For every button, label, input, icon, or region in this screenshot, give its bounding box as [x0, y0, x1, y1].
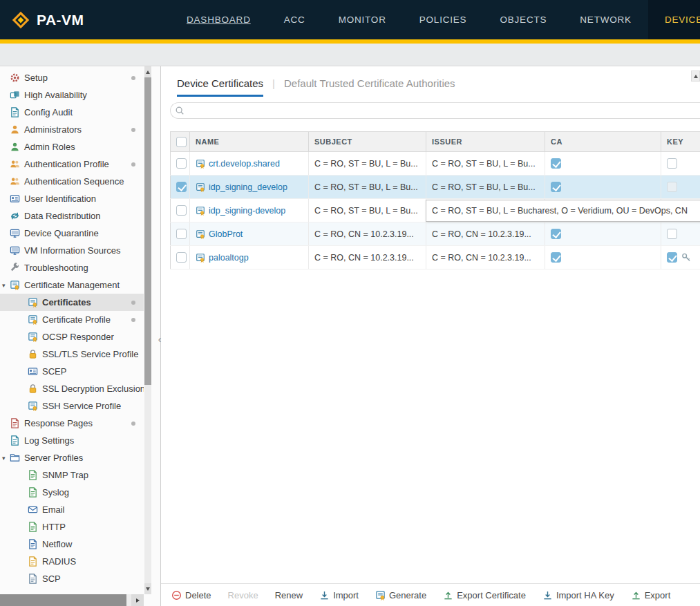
sidebar-item-certificate-profile[interactable]: Certificate Profile [0, 311, 144, 328]
ca-checkbox[interactable] [551, 252, 561, 263]
table-row[interactable]: paloaltogp C = RO, CN = 10.2.3.19... C =… [171, 246, 700, 269]
row-checkbox[interactable] [176, 252, 187, 263]
sidebar-item-ssl-tls-service-profile[interactable]: SSL/TLS Service Profile [0, 345, 144, 363]
sidebar-item-log-settings[interactable]: Log Settings [0, 432, 144, 449]
sidebar-item-admin-roles[interactable]: Admin Roles [0, 138, 144, 155]
sidebar-item-label: Certificate Management [24, 280, 120, 290]
sidebar-item-syslog[interactable]: Syslog [0, 484, 144, 501]
certificate-name-link[interactable]: GlobProt [209, 229, 243, 239]
ca-checkbox[interactable] [551, 229, 561, 239]
config-audit-icon [10, 107, 20, 117]
scroll-up-arrow[interactable] [144, 66, 151, 77]
nav-device[interactable]: DEVICE [648, 0, 700, 39]
row-checkbox[interactable] [176, 158, 187, 169]
sidebar-collapse-handle[interactable]: ‹ [155, 332, 164, 348]
sidebar-item-user-identification[interactable]: User Identification [0, 190, 144, 207]
row-checkbox[interactable] [176, 205, 187, 216]
sidebar-item-troubleshooting[interactable]: Troubleshooting [0, 259, 144, 276]
sidebar-item-email[interactable]: Email [0, 501, 144, 518]
certificate-name-link[interactable]: idp_signing_develop [209, 182, 287, 192]
sidebar-item-administrators[interactable]: Administrators [0, 121, 144, 138]
scrollbar-thumb[interactable] [144, 77, 151, 385]
sidebar-item-vm-information-sources[interactable]: VM Information Sources [0, 242, 144, 259]
sidebar-vertical-scrollbar[interactable] [144, 66, 151, 594]
sidebar-item-server-profiles[interactable]: ▾Server Profiles [0, 449, 144, 466]
sidebar-item-device-quarantine[interactable]: Device Quarantine [0, 225, 144, 242]
table-row[interactable]: idp_signing-develop C = RO, ST = BU, L =… [171, 199, 700, 222]
tab-default-trusted-cas[interactable]: Default Trusted Certificate Authorities [284, 77, 455, 89]
import-icon [542, 590, 553, 600]
table-row[interactable]: idp_signing_develop C = RO, ST = BU, L =… [171, 176, 700, 199]
key-checkbox[interactable] [667, 252, 677, 263]
chevron-down-icon[interactable]: ▾ [2, 455, 6, 462]
sidebar-item-netflow[interactable]: Netflow [0, 536, 144, 553]
col-header-issuer[interactable]: ISSUER [426, 132, 545, 152]
certificate-icon [196, 229, 205, 239]
certificate-name-link[interactable]: crt.develop.shared [209, 159, 280, 169]
col-header-key[interactable]: KEY [661, 132, 700, 152]
import-button[interactable]: Import [319, 590, 359, 600]
sidebar-item-certificates[interactable]: Certificates [0, 294, 144, 311]
sidebar-item-ocsp-responder[interactable]: OCSP Responder [0, 328, 144, 345]
renew-button[interactable]: Renew [275, 590, 303, 600]
scroll-down-arrow[interactable] [144, 583, 151, 594]
key-checkbox[interactable] [667, 229, 677, 239]
row-checkbox[interactable] [176, 229, 187, 239]
sidebar-item-label: User Identification [24, 193, 96, 204]
ca-checkbox[interactable] [551, 182, 561, 192]
export-certificate-button[interactable]: Export Certificate [443, 590, 526, 600]
sidebar-item-config-audit[interactable]: Config Audit [0, 104, 144, 121]
revoke-button[interactable]: Revoke [228, 590, 258, 600]
delete-button[interactable]: Delete [171, 590, 211, 600]
chevron-down-icon[interactable]: ▾ [2, 282, 6, 289]
scroll-right-arrow[interactable] [131, 594, 144, 606]
sidebar-item-scep[interactable]: SCEP [0, 363, 144, 380]
sidebar-item-certificate-management[interactable]: ▾Certificate Management [0, 276, 144, 294]
sidebar-item-snmp-trap[interactable]: SNMP Trap [0, 466, 144, 484]
page-icon [10, 435, 20, 446]
scrollbar-thumb[interactable] [0, 594, 126, 606]
sidebar-horizontal-scrollbar[interactable] [0, 594, 144, 606]
sidebar-item-authentication-sequence[interactable]: Authentication Sequence [0, 173, 144, 190]
nav-network[interactable]: NETWORK [563, 0, 648, 39]
subject-cell: C = RO, ST = BU, L = Bu... [309, 152, 426, 176]
generate-button[interactable]: Generate [375, 590, 426, 600]
col-header-ca[interactable]: CA [545, 132, 661, 152]
search-bar[interactable] [170, 102, 700, 119]
key-checkbox[interactable] [667, 158, 677, 169]
nav-monitor[interactable]: MONITOR [322, 0, 403, 39]
folder-icon [10, 453, 20, 463]
table-row[interactable]: GlobProt C = RO, CN = 10.2.3.19... C = R… [171, 222, 700, 246]
sidebar-item-http[interactable]: HTTP [0, 518, 144, 536]
nav-objects[interactable]: OBJECTS [483, 0, 563, 39]
nav-label: OBJECTS [500, 15, 547, 25]
sidebar-item-scp[interactable]: SCP [0, 570, 144, 587]
sidebar-item-ssh-service-profile[interactable]: SSH Service Profile [0, 397, 144, 415]
sidebar-item-high-availability[interactable]: High Availability [0, 86, 144, 104]
certificate-name-link[interactable]: idp_signing-develop [209, 206, 285, 216]
sidebar-item-authentication-profile[interactable]: Authentication Profile [0, 155, 144, 173]
export-ha-key-button[interactable]: Export [631, 590, 671, 600]
sidebar-item-radius[interactable]: RADIUS [0, 553, 144, 570]
sidebar-item-response-pages[interactable]: Response Pages [0, 415, 144, 432]
col-header-subject[interactable]: SUBJECT [309, 132, 426, 152]
table-row[interactable]: crt.develop.shared C = RO, ST = BU, L = … [171, 152, 700, 176]
col-header-name[interactable]: NAME [190, 132, 309, 152]
sidebar-item-data-redistribution[interactable]: Data Redistribution [0, 207, 144, 225]
key-checkbox[interactable] [667, 182, 677, 192]
nav-dashboard[interactable]: DASHBOARD [170, 0, 267, 39]
certificate-name-link[interactable]: paloaltogp [209, 253, 249, 263]
sidebar-item-ssl-decryption-exclusion[interactable]: SSL Decryption Exclusion [0, 380, 144, 397]
tab-device-certificates[interactable]: Device Certificates [177, 77, 263, 97]
sidebar-item-setup[interactable]: Setup [0, 69, 144, 86]
nav-acc[interactable]: ACC [267, 0, 322, 39]
nav-policies[interactable]: POLICIES [403, 0, 484, 39]
main-scroll-up-arrow[interactable] [691, 70, 700, 82]
ca-checkbox[interactable] [551, 158, 561, 169]
sidebar-item-label: OCSP Responder [42, 332, 114, 342]
import-ha-key-button[interactable]: Import HA Key [542, 590, 614, 600]
select-all-checkbox[interactable] [176, 137, 187, 147]
row-checkbox[interactable] [176, 182, 187, 192]
button-label: Renew [275, 590, 303, 600]
search-input[interactable] [185, 104, 700, 117]
